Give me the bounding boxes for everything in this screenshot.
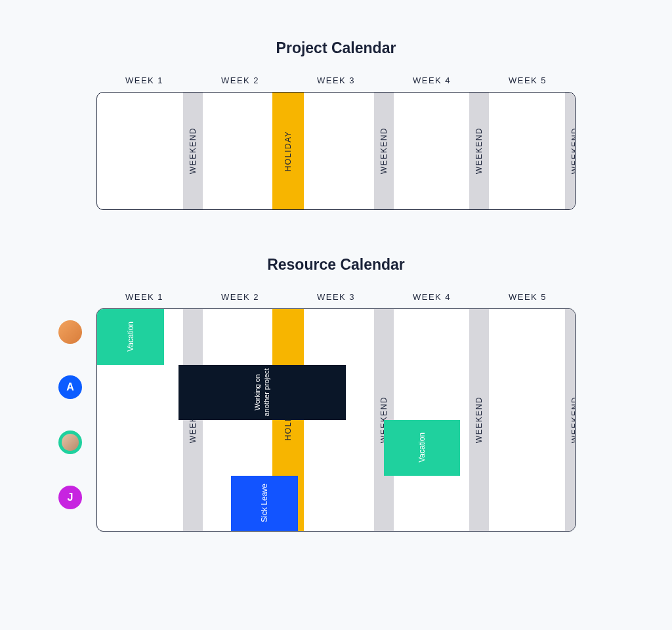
week-col: WEEKEND	[97, 93, 193, 209]
avatar-initial: J	[68, 492, 74, 503]
sick-leave-bar: Sick Leave	[231, 476, 298, 532]
project-columns: WEEKEND WEEKEND HOLIDAY WEEKEND WEEKEND	[97, 93, 575, 209]
week-header: WEEK 2	[192, 292, 288, 302]
week-header: WEEK 5	[480, 75, 576, 85]
avatar-initial: A	[66, 381, 74, 393]
weekend-label: WEEKEND	[570, 127, 576, 174]
resource-week-headers: WEEK 1 WEEK 2 WEEK 3 WEEK 4 WEEK 5	[96, 292, 576, 302]
week-col: HOLIDAY WEEKEND	[288, 93, 384, 209]
week-header: WEEK 4	[384, 75, 480, 85]
bar-label: Sick Leave	[260, 484, 269, 522]
week-header: WEEK 3	[288, 75, 384, 85]
project-grid: WEEKEND WEEKEND HOLIDAY WEEKEND WEEKEND	[96, 92, 576, 210]
avatar-photo	[62, 434, 79, 451]
resource-grid: WEEKEND WEEKEND HOLIDAY WEEKEND	[96, 308, 576, 532]
bar-label: Vacation	[126, 322, 135, 352]
resource-row: Sick Leave	[97, 476, 575, 532]
project-week-headers: WEEK 1 WEEK 2 WEEK 3 WEEK 4 WEEK 5	[96, 75, 576, 85]
resource-row: Vacation	[97, 309, 575, 365]
weekend-band: WEEKEND	[565, 93, 576, 209]
holiday-band: HOLIDAY	[272, 93, 304, 209]
resource-calendar-section: Resource Calendar WEEK 1 WEEK 2 WEEK 3 W…	[96, 256, 576, 532]
avatar	[58, 320, 82, 344]
holiday-label: HOLIDAY	[284, 131, 293, 171]
avatar	[58, 430, 82, 454]
resource-calendar-wrap: A J WEEKEND WEEKEND HOLIDAY	[96, 308, 576, 532]
vacation-bar: Vacation	[97, 309, 164, 365]
week-header: WEEK 5	[480, 292, 576, 302]
vacation-bar: Vacation	[384, 420, 460, 476]
bar-label: Working on another project	[253, 365, 272, 421]
week-col: WEEKEND	[384, 93, 480, 209]
week-header: WEEK 2	[192, 75, 288, 85]
resource-avatars: A J	[58, 308, 82, 509]
resource-row: Vacation	[97, 420, 575, 476]
week-header: WEEK 3	[288, 292, 384, 302]
bar-label: Vacation	[417, 432, 427, 463]
project-title: Project Calendar	[96, 39, 576, 57]
resource-rows: Vacation Working on another project Vaca…	[97, 309, 575, 531]
avatar: A	[58, 375, 82, 399]
week-header: WEEK 1	[96, 75, 192, 85]
avatar: J	[58, 486, 82, 509]
project-calendar-section: Project Calendar WEEK 1 WEEK 2 WEEK 3 WE…	[96, 39, 576, 210]
resource-row: Working on another project	[97, 365, 575, 421]
resource-title: Resource Calendar	[96, 256, 576, 274]
week-header: WEEK 1	[96, 292, 192, 302]
working-another-project-bar: Working on another project	[178, 365, 346, 421]
week-col: WEEKEND	[479, 93, 575, 209]
week-header: WEEK 4	[384, 292, 480, 302]
